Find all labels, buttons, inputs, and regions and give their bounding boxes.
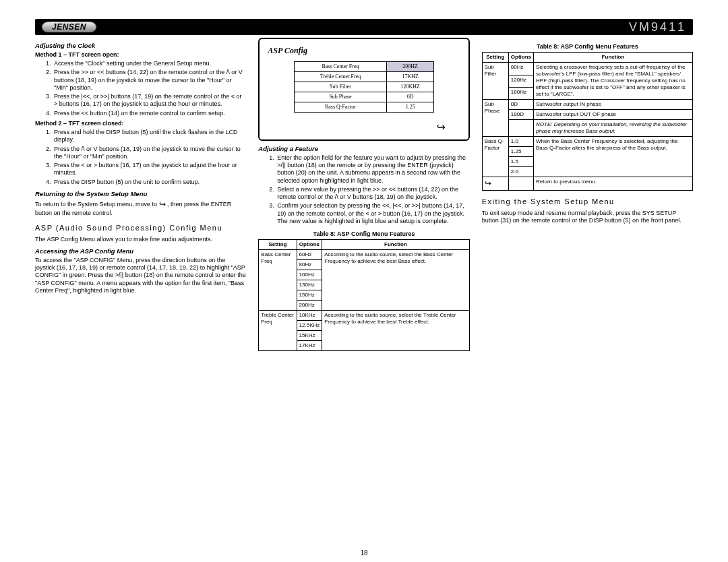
return-icon: ↩ [485, 179, 491, 189]
method1-steps: Access the "Clock" setting under the Gen… [35, 60, 246, 117]
table-row: Bass Q-Factor1.25 [294, 102, 433, 113]
cell-option: 150Hz [297, 290, 322, 301]
cell-function: Return to previous menu. [534, 177, 693, 191]
menu-label: Sub Phase [294, 92, 386, 102]
list-item: Press the >> or << buttons (14, 22) on t… [53, 69, 246, 92]
cell-option: 60Hz [297, 250, 322, 260]
list-item: Enter the option field for the feature y… [276, 154, 469, 185]
cell-note: NOTE: Depending on your installation, re… [534, 120, 693, 137]
cell-setting-icon: ↩ [482, 177, 508, 191]
list-item: Press the DISP button (5) on the unit to… [53, 179, 246, 186]
table-row: Treble Center Freq10KHzAccording to the … [259, 311, 469, 321]
menu-value: 120KHZ [387, 82, 434, 92]
heading-method1: Method 1 – TFT screen open: [35, 51, 246, 59]
heading-adjust-feature: Adjusting a Feature [258, 145, 469, 153]
cell-option: 12.5KHz [297, 321, 322, 331]
list-item: Press the << button (14) on the remote c… [53, 110, 246, 117]
cell-option: 200Hz [297, 301, 322, 311]
menu-value-selected: 200HZ [387, 62, 434, 72]
list-item: Press the |<<, or >>| buttons (17, 19) o… [53, 93, 246, 108]
list-item: Press and hold the DISP button (5) until… [53, 129, 246, 144]
cell-option: 80Hz [297, 260, 322, 270]
cell-option: 1.25 [508, 147, 533, 157]
cell-function: Subwoofer output IN phase [534, 100, 693, 110]
table-row: Sub Phase0DSubwoofer output IN phase [482, 100, 692, 110]
th-options: Options [508, 53, 533, 63]
heading-exit: Exiting the System Setup Menu [482, 197, 693, 207]
table-row: NOTE: Depending on your installation, re… [482, 120, 692, 137]
table-row: 180DSubwoofer output OUT OF phase [482, 110, 692, 120]
heading-method2: Method 2 – TFT screen closed: [35, 120, 246, 127]
cell-function: Selecting a crossover frequency sets a c… [534, 63, 693, 100]
cell-function: According to the audio source, select th… [322, 250, 469, 311]
text: To return to the System Setup menu, move… [35, 201, 159, 208]
table-row: Sub Phase0D [294, 92, 433, 102]
exit-text: To exit setup mode and resume normal pla… [482, 210, 693, 225]
list-item: Access the "Clock" setting under the Gen… [53, 60, 246, 67]
header-bar: JENSEN VM9411 [35, 19, 693, 35]
list-item: Confirm your selection by pressing the <… [276, 202, 469, 225]
table-row: Sub Filter80HzSelecting a crossover freq… [482, 63, 692, 75]
menu-label: Treble Center Freq [294, 72, 386, 82]
cell-option: 130Hz [297, 280, 322, 290]
th-setting: Setting [259, 240, 297, 250]
th-options: Options [297, 240, 322, 250]
column-3: Table 8: ASP Config Menu Features Settin… [482, 38, 693, 351]
table-caption: Table 8: ASP Config Menu Features [482, 43, 693, 51]
manual-page: JENSEN VM9411 Adjusting the Clock Method… [0, 0, 728, 562]
asp-intro: The ASP Config Menu allows you to make f… [35, 236, 246, 243]
return-row: ↩ [266, 113, 461, 134]
list-item: Press the < or > buttons (16, 17) on the… [53, 162, 246, 177]
cell-function: According to the audio source, select th… [322, 311, 469, 351]
th-function: Function [322, 240, 469, 250]
cell-option [508, 120, 533, 137]
table-header-row: Setting Options Function [482, 53, 692, 63]
cell-option: 120Hz [508, 75, 533, 87]
menu-value: 1.25 [387, 102, 434, 113]
th-function: Function [534, 53, 693, 63]
menu-value: 17KHZ [387, 72, 434, 82]
feature-table-2: Setting Options Function Sub Filter80HzS… [482, 52, 693, 191]
cell-option: 0D [508, 100, 533, 110]
heading-returning: Returning to the System Setup Menu [35, 190, 246, 198]
table-row: Sub Filter120KHZ [294, 82, 433, 92]
return-icon: ↩ [159, 199, 166, 210]
heading-accessing: Accessing the ASP Config Menu [35, 247, 246, 255]
asp-menu-table: Bass Center Freq200HZ Treble Center Freq… [294, 61, 434, 113]
heading-adjust-clock: Adjusting the Clock [35, 42, 246, 50]
cell-option: 80Hz [508, 63, 533, 75]
table-row: ↩ Return to previous menu. [482, 177, 692, 191]
return-icon: ↩ [437, 121, 446, 134]
cell-option [508, 177, 533, 191]
cell-option: 1.0 [508, 137, 533, 147]
list-item: Press the /\ or V buttons (18, 19) on th… [53, 146, 246, 161]
cell-setting: Bass Center Freq [259, 250, 297, 311]
table-header-row: Setting Options Function [259, 240, 469, 250]
cell-setting: Bass Q-Factor [482, 137, 508, 177]
cell-setting: Sub Phase [482, 100, 508, 137]
cell-setting: Treble Center Freq [259, 311, 297, 351]
cell-function: Subwoofer output OUT OF phase [534, 110, 693, 120]
cell-function: When the Bass Center Frequency is select… [534, 137, 693, 177]
feature-table-1: Setting Options Function Bass Center Fre… [258, 239, 469, 351]
cell-option: 180D [508, 110, 533, 120]
method2-steps: Press and hold the DISP button (5) until… [35, 129, 246, 186]
table-row: Bass Center Freq60HzAccording to the aud… [259, 250, 469, 260]
table-row: Bass Center Freq200HZ [294, 62, 433, 72]
access-text: To access the "ASP CONFIG" Menu, press t… [35, 257, 246, 294]
menu-value: 0D [387, 92, 434, 102]
cell-option: 10KHz [297, 311, 322, 321]
table-caption: Table 8: ASP Config Menu Features [258, 230, 469, 238]
cell-option: 160Hz [508, 87, 533, 99]
model-number: VM9411 [629, 20, 686, 34]
table-row: Bass Q-Factor1.0When the Bass Center Fre… [482, 137, 692, 147]
cell-option: 100Hz [297, 270, 322, 280]
adjust-feature-steps: Enter the option field for the feature y… [258, 154, 469, 225]
menu-label: Sub Filter [294, 82, 386, 92]
cell-option: 17KHz [297, 341, 322, 351]
asp-config-screen: ASP Config Bass Center Freq200HZ Treble … [258, 38, 469, 141]
brand-logo: JENSEN [42, 22, 96, 32]
page-number: 18 [0, 549, 728, 557]
table-row: Treble Center Freq17KHZ [294, 72, 433, 82]
menu-label: Bass Center Freq [294, 62, 386, 72]
